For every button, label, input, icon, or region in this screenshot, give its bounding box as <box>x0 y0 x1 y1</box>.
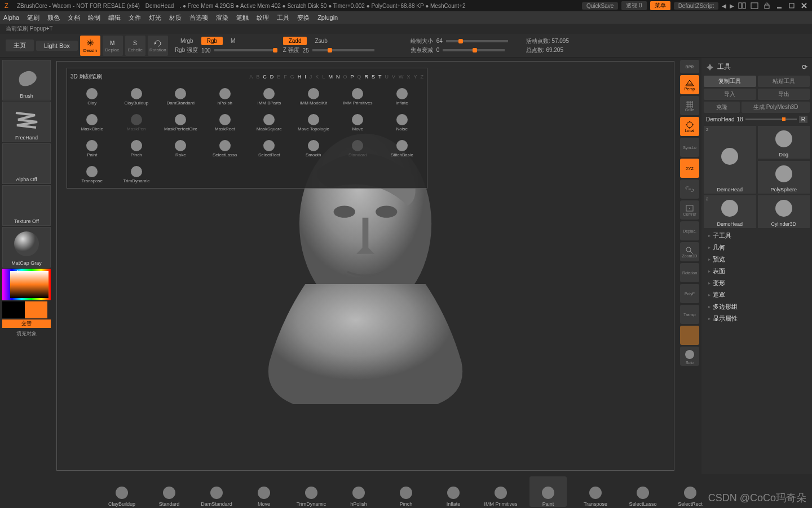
brush-item[interactable]: Rake <box>159 134 202 159</box>
brush-shortcut[interactable]: Pinch <box>387 476 425 507</box>
texture-thumb[interactable]: Texture Off <box>2 185 51 226</box>
brush-shortcut[interactable]: SelectRect <box>672 476 709 507</box>
letter-filter[interactable]: I <box>304 74 306 80</box>
letter-filter[interactable]: Q <box>357 74 361 80</box>
nav-left-icon[interactable]: ◀ <box>722 3 726 9</box>
brush-item[interactable]: Smooth <box>292 134 336 159</box>
paste-tool-button[interactable]: 粘贴工具 <box>758 76 810 87</box>
menu-prefs[interactable]: 首选项 <box>189 14 208 22</box>
letter-filter[interactable]: W <box>399 74 404 80</box>
section-header[interactable]: 表面 <box>704 265 810 277</box>
color-swatches[interactable] <box>2 301 51 318</box>
clone-button[interactable]: 克隆 <box>704 102 740 113</box>
brush-item[interactable]: MaskPerfectCirc <box>159 108 202 133</box>
frame-button[interactable] <box>680 326 699 345</box>
polymesh3d-button[interactable]: 生成 PolyMesh3D <box>742 102 810 113</box>
brush-item[interactable]: hPolish <box>204 82 247 107</box>
section-header[interactable]: 变形 <box>704 277 810 289</box>
secondary-color[interactable] <box>2 301 25 318</box>
letter-filter[interactable]: O <box>343 74 347 80</box>
pin-icon[interactable] <box>706 63 714 71</box>
brush-item[interactable]: IMM Primitives <box>336 82 379 107</box>
brush-item[interactable]: Move <box>336 108 379 133</box>
menu-stroke[interactable]: 笔触 <box>236 14 249 22</box>
letter-filter[interactable]: J <box>310 74 312 80</box>
menu-brush[interactable]: 笔刷 <box>27 14 39 22</box>
brush-item[interactable]: Clay <box>70 82 114 107</box>
menu-alpha[interactable]: Alpha <box>3 14 19 21</box>
brush-shortcut[interactable]: IMM Primitives <box>482 476 519 507</box>
import-button[interactable]: 导入 <box>704 89 756 100</box>
letter-filter[interactable]: K <box>315 74 319 80</box>
letter-filter[interactable]: M <box>328 74 333 80</box>
brush-shortcut[interactable]: ClayBuildup <box>103 476 140 507</box>
swap-colors-button[interactable]: 交替 <box>2 319 51 328</box>
lock-icon[interactable] <box>762 1 771 10</box>
menu-texture[interactable]: 纹理 <box>257 14 269 22</box>
letter-filter[interactable]: L <box>322 74 325 80</box>
bpr-button[interactable]: BPR <box>680 60 699 73</box>
home-button[interactable]: 主页 <box>6 40 34 51</box>
zoom3d-button[interactable]: Zoom3D <box>680 242 699 261</box>
letter-filter[interactable]: S <box>372 74 375 80</box>
mrgb-button[interactable]: Mrgb <box>175 37 199 45</box>
brush-item[interactable]: ClayBuildup <box>115 82 158 107</box>
copy-tool-button[interactable]: 复制工具 <box>704 76 756 87</box>
menu-light[interactable]: 灯光 <box>149 14 161 22</box>
letter-filter[interactable]: V <box>392 74 395 80</box>
symlo-button[interactable]: Sym.Lo <box>680 138 699 157</box>
section-header[interactable]: 几何 <box>704 242 810 253</box>
section-header[interactable]: 子工具 <box>704 230 810 242</box>
local-button[interactable]: Local <box>680 117 699 136</box>
tool-thumb[interactable]: Dog <box>758 126 810 159</box>
menu-document[interactable]: 文档 <box>68 14 80 22</box>
draw-size-slider[interactable] <box>446 40 508 42</box>
brush-item[interactable]: Transpose <box>70 160 114 185</box>
brush-shortcut[interactable]: Move <box>245 476 283 507</box>
letter-filter[interactable]: A <box>249 74 253 80</box>
brush-shortcut[interactable]: Standard <box>151 476 188 507</box>
move-button[interactable]: MDeplac. <box>103 36 123 56</box>
brush-item[interactable]: Noise <box>381 108 424 133</box>
brush-item[interactable]: IMM BParts <box>248 82 291 107</box>
rotation-button[interactable]: Rotation <box>680 263 699 282</box>
letter-filter[interactable]: C <box>263 74 267 80</box>
rgb-button[interactable]: Rgb <box>201 37 223 45</box>
brush-item[interactable]: MaskSquare <box>248 108 291 133</box>
brush-item[interactable]: Move Topologic <box>292 108 336 133</box>
brush-shortcut[interactable]: DamStandard <box>198 476 235 507</box>
letter-filter[interactable]: F <box>284 74 287 80</box>
brush-item[interactable]: MaskPen <box>115 108 158 133</box>
zadd-button[interactable]: Zadd <box>283 37 307 45</box>
brush-shortcut[interactable]: hPolish <box>340 476 377 507</box>
tool-thumb[interactable]: PolySphere <box>758 161 810 194</box>
brush-item[interactable]: Inflate <box>381 82 424 107</box>
close-icon[interactable] <box>800 1 809 10</box>
solo-button[interactable]: Solo <box>680 347 699 366</box>
section-header[interactable]: 预览 <box>704 253 810 265</box>
letter-filter[interactable]: U <box>385 74 389 80</box>
brush-item[interactable]: Standard <box>336 134 379 159</box>
dock-left-icon[interactable] <box>738 1 747 10</box>
letter-filter[interactable]: Z <box>421 74 424 80</box>
brush-shortcut[interactable]: Transpose <box>577 476 614 507</box>
minimize-icon[interactable] <box>775 1 784 10</box>
material-thumb[interactable]: MatCap Gray <box>2 227 51 268</box>
dock-right-icon[interactable] <box>750 1 759 10</box>
brush-item[interactable]: SelectLasso <box>204 134 247 159</box>
brush-thumb[interactable]: Brush <box>2 60 51 100</box>
menu-draw[interactable]: 绘制 <box>88 14 100 22</box>
letter-filter[interactable]: T <box>378 74 382 80</box>
brush-item[interactable]: MaskCircle <box>70 108 114 133</box>
persp-slider[interactable]: 透视 0 <box>621 1 646 10</box>
letter-filter[interactable]: H <box>298 74 302 80</box>
maximize-icon[interactable] <box>787 1 796 10</box>
zsub-button[interactable]: Zsub <box>309 37 333 45</box>
polyf-button[interactable]: PolyF <box>680 284 699 303</box>
primary-color[interactable] <box>25 301 47 318</box>
letter-filter[interactable]: P <box>350 74 354 80</box>
brush-item[interactable]: Pinch <box>115 134 158 159</box>
letter-filter[interactable]: D <box>270 74 274 80</box>
section-header[interactable]: 遮罩 <box>704 289 810 301</box>
tool-slider[interactable] <box>745 119 797 120</box>
